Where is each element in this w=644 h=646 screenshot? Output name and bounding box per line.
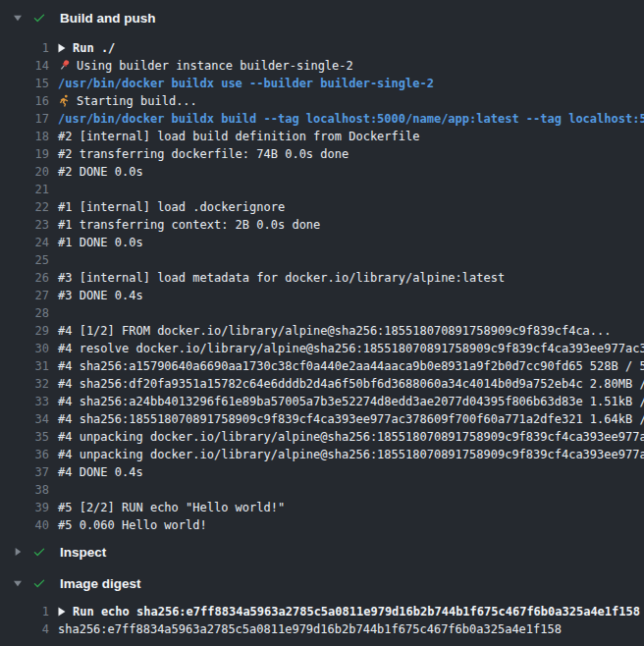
log-line: 40#5 0.060 Hello world! [0, 516, 644, 534]
line-text: sha256:e7ff8834a5963a2785c5a0811e979d16b… [58, 622, 562, 636]
line-number[interactable]: 19 [0, 145, 49, 163]
log-line: 4sha256:e7ff8834a5963a2785c5a0811e979d16… [0, 620, 644, 638]
line-number[interactable]: 34 [0, 410, 49, 428]
log-lines-image-digest: 1Run echo sha256:e7ff8834a5963a2785c5a08… [0, 599, 644, 646]
line-content: #1 [internal] load .dockerignore [58, 198, 285, 216]
line-number[interactable]: 30 [0, 340, 49, 357]
line-number[interactable]: 32 [0, 375, 49, 393]
line-content: #2 [internal] load build definition from… [58, 128, 419, 145]
line-number[interactable]: 25 [0, 251, 49, 269]
line-text: #3 DONE 0.4s [58, 289, 143, 302]
line-content: #4 sha256:a15790640a6690aa1730c38cf0a440… [58, 357, 644, 375]
line-content: #2 DONE 0.0s [58, 163, 143, 181]
line-content: #1 DONE 0.0s [58, 234, 143, 251]
line-text: #4 unpacking docker.io/library/alpine@sh… [58, 430, 644, 444]
line-content: #3 DONE 0.4s [58, 287, 143, 304]
line-number[interactable]: 35 [0, 428, 49, 446]
log-line: 24#1 DONE 0.0s [0, 234, 644, 251]
line-number[interactable]: 28 [0, 304, 49, 322]
line-text: #4 [1/2] FROM docker.io/library/alpine@s… [58, 324, 612, 338]
line-content: #4 [1/2] FROM docker.io/library/alpine@s… [58, 322, 612, 340]
step-title: Inspect [60, 545, 106, 560]
log-line: 37#4 DONE 0.4s [0, 463, 644, 481]
line-number[interactable]: 23 [0, 216, 49, 234]
line-content: sha256:e7ff8834a5963a2785c5a0811e979d16b… [58, 620, 562, 638]
line-text: Starting build... [77, 94, 197, 108]
log-line: 18#2 [internal] load build definition fr… [0, 128, 644, 145]
line-text: #2 transferring dockerfile: 74B 0.0s don… [58, 147, 349, 161]
line-number[interactable]: 18 [0, 128, 49, 145]
line-content: #1 transferring context: 2B 0.0s done [58, 216, 320, 234]
line-number[interactable]: 36 [0, 446, 49, 463]
line-number[interactable]: 29 [0, 322, 49, 340]
log-line: 17/usr/bin/docker buildx build --tag loc… [0, 110, 644, 128]
line-number[interactable]: 1 [0, 39, 49, 57]
line-text: #5 0.060 Hello world! [58, 518, 207, 532]
line-text: #1 transferring context: 2B 0.0s done [58, 218, 320, 232]
line-number[interactable]: 33 [0, 393, 49, 410]
line-number[interactable]: 17 [0, 110, 49, 128]
line-number[interactable]: 40 [0, 516, 49, 534]
log-line: 15/usr/bin/docker buildx use --builder b… [0, 75, 644, 92]
log-line: 22#1 [internal] load .dockerignore [0, 198, 644, 216]
line-content: #4 resolve docker.io/library/alpine@sha2… [58, 340, 644, 357]
line-content: /usr/bin/docker buildx use --builder bui… [58, 75, 434, 92]
line-number[interactable]: 21 [0, 181, 49, 198]
line-text: Run echo sha256:e7ff8834a5963a2785c5a081… [73, 605, 640, 619]
line-content: #3 [internal] load metadata for docker.i… [58, 269, 505, 287]
line-content: Using builder instance builder-single-2 [58, 57, 353, 75]
line-content: #4 sha256:185518070891758909c9f839cf4ca3… [58, 410, 644, 428]
line-content: Run ./ [58, 39, 115, 57]
line-content: #5 [2/2] RUN echo "Hello world!" [58, 499, 285, 516]
success-check-icon [32, 11, 46, 25]
log-line: 30#4 resolve docker.io/library/alpine@sh… [0, 340, 644, 357]
step-header-inspect[interactable]: Inspect [0, 536, 644, 567]
step-header-build-and-push[interactable]: Build and push [0, 0, 644, 35]
line-text: #1 DONE 0.0s [58, 236, 143, 249]
line-number[interactable]: 1 [0, 603, 49, 620]
line-number[interactable]: 37 [0, 463, 49, 481]
line-content: #2 transferring dockerfile: 74B 0.0s don… [58, 145, 349, 163]
line-text: #4 DONE 0.4s [58, 465, 143, 479]
step-header-image-digest[interactable]: Image digest [0, 567, 644, 599]
chevron-down-icon [13, 578, 23, 588]
line-number[interactable]: 22 [0, 198, 49, 216]
log-line: 25 [0, 251, 644, 269]
line-number[interactable]: 20 [0, 163, 49, 181]
line-text: #2 [internal] load build definition from… [58, 130, 419, 143]
line-content: #4 sha256:df20fa9351a15782c64e6dddb2d4a6… [58, 375, 644, 393]
line-number[interactable]: 26 [0, 269, 49, 287]
log-line: 14Using builder instance builder-single-… [0, 57, 644, 75]
line-number[interactable]: 27 [0, 287, 49, 304]
log-line: 28 [0, 304, 644, 322]
log-line: 38 [0, 481, 644, 499]
run-arrow-icon[interactable] [58, 40, 66, 57]
line-number[interactable]: 39 [0, 499, 49, 516]
log-line: 31#4 sha256:a15790640a6690aa1730c38cf0a4… [0, 357, 644, 375]
run-arrow-icon[interactable] [58, 604, 66, 620]
chevron-right-icon [13, 547, 23, 557]
step-title: Build and push [60, 11, 156, 26]
log-line: 1Run echo sha256:e7ff8834a5963a2785c5a08… [0, 603, 644, 620]
line-text: #1 [internal] load .dockerignore [58, 200, 285, 214]
log-sections: Build and push1Run ./14Using builder ins… [0, 0, 644, 646]
line-number[interactable]: 31 [0, 357, 49, 375]
line-text: #2 DONE 0.0s [58, 165, 143, 179]
step-title: Image digest [60, 576, 141, 591]
log-line: 16Starting build... [0, 92, 644, 110]
log-line: 20#2 DONE 0.0s [0, 163, 644, 181]
log-line: 32#4 sha256:df20fa9351a15782c64e6dddb2d4… [0, 375, 644, 393]
line-number[interactable]: 24 [0, 234, 49, 251]
line-number[interactable]: 15 [0, 75, 49, 92]
line-content: #4 unpacking docker.io/library/alpine@sh… [58, 446, 644, 463]
line-number[interactable]: 4 [0, 620, 49, 638]
log-line: 1Run ./ [0, 39, 644, 57]
line-text: #4 sha256:df20fa9351a15782c64e6dddb2d4a6… [58, 377, 644, 391]
line-text: Run ./ [73, 41, 115, 55]
line-number[interactable]: 38 [0, 481, 49, 499]
line-content: /usr/bin/docker buildx build --tag local… [58, 110, 644, 128]
line-number[interactable]: 16 [0, 92, 49, 110]
workflow-log-pane: Build and push1Run ./14Using builder ins… [0, 0, 644, 646]
line-number[interactable]: 14 [0, 57, 49, 75]
log-line: 27#3 DONE 0.4s [0, 287, 644, 304]
